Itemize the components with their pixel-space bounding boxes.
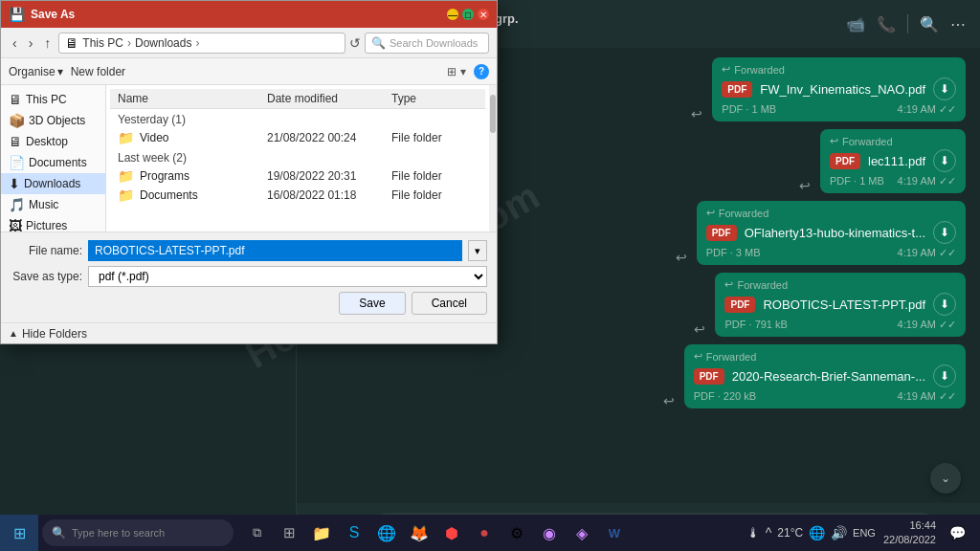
taskbar-windows-button[interactable]: ⊞ [274, 518, 304, 548]
view-dropdown-button[interactable]: ▾ [460, 65, 466, 78]
tree-item-pictures[interactable]: 🖼Pictures [1, 215, 105, 231]
network-icon[interactable]: 🌐 [809, 525, 825, 540]
cancel-button[interactable]: Cancel [412, 292, 487, 315]
weather-display: 21°C [777, 526, 803, 540]
taskbar-search-placeholder: Type here to search [72, 527, 165, 539]
filetype-label: Save as type: [11, 270, 82, 283]
tree-item-3d-objects[interactable]: 📦3D Objects [1, 110, 105, 131]
organise-chevron: ▾ [57, 65, 63, 78]
file-date: 16/08/2022 01:18 [267, 188, 391, 202]
organise-bar: Organise ▾ New folder ⊞ ▾ ? [1, 58, 497, 85]
hide-folders-bar[interactable]: ▲ Hide Folders [1, 322, 497, 343]
folder-icon: 📁 [118, 168, 134, 184]
taskbar-explorer-icon[interactable]: 📁 [306, 518, 337, 548]
file-name-text: Programs [140, 169, 189, 183]
notification-button[interactable]: 💬 [944, 519, 970, 546]
taskbar-word-icon[interactable]: W [599, 518, 630, 548]
dialog-title: 💾 Save As [9, 7, 75, 22]
file-list: Name Date modified Type Yesterday (1) 📁 … [106, 85, 489, 231]
tree-item-label: Documents [29, 156, 87, 169]
file-type: File folder [391, 188, 478, 202]
dialog-titlebar: 💾 Save As — □ ✕ [1, 1, 497, 28]
tree-item-icon: 🖼 [9, 218, 22, 231]
taskbar-settings-icon[interactable]: ⚙ [501, 518, 532, 548]
new-folder-button[interactable]: New folder [71, 65, 125, 78]
system-clock[interactable]: 16:44 22/08/2022 [883, 518, 936, 548]
tree-item-icon: 🎵 [9, 197, 25, 212]
tree-item-label: 3D Objects [29, 114, 85, 127]
clock-time: 16:44 [883, 518, 936, 533]
address-end-arrow: › [195, 36, 199, 50]
tree-item-this-pc[interactable]: 🖥This PC [1, 89, 105, 110]
col-date[interactable]: Date modified [267, 92, 391, 105]
file-entry-name: 📁 Documents [118, 187, 267, 203]
taskbar-search-icon: 🔍 [52, 526, 66, 540]
taskbar: ⊞ 🔍 Type here to search ⧉ ⊞ 📁 S 🌐 🦊 ⬢ ● … [0, 515, 980, 551]
taskbar-skype-icon[interactable]: S [339, 518, 369, 548]
tray-icon2[interactable]: ^ [766, 525, 772, 540]
filename-label: File name: [11, 244, 82, 257]
tree-item-label: Downloads [24, 177, 80, 190]
taskbar-app-icon2[interactable]: ⬢ [436, 518, 467, 548]
tree-item-icon: 🖥 [9, 92, 22, 107]
address-bar[interactable]: 🖥 This PC › Downloads › [58, 33, 345, 54]
hide-folders-chevron: ▲ [9, 328, 18, 339]
organise-button[interactable]: Organise ▾ [9, 65, 63, 78]
file-type: File folder [391, 169, 478, 183]
system-tray-icons: 🌡 ^ 21°C 🌐 🔊 ENG [746, 525, 876, 540]
file-group-label-0: Yesterday (1) [110, 109, 485, 128]
taskbar-icons: ⧉ ⊞ 📁 S 🌐 🦊 ⬢ ● ⚙ ◉ ◈ W [241, 518, 630, 548]
tree-item-music[interactable]: 🎵Music [1, 194, 105, 215]
file-entry-documents[interactable]: 📁 Documents 16/08/2022 01:18 File folder [110, 186, 485, 205]
search-box[interactable]: 🔍 Search Downloads [365, 33, 489, 54]
view-options: ⊞ ▾ [447, 65, 466, 78]
taskbar-app-icon5[interactable]: ◈ [567, 518, 597, 548]
scrollbar-thumb[interactable] [490, 95, 496, 133]
start-button[interactable]: ⊞ [0, 515, 38, 551]
view-toggle-button[interactable]: ⊞ [447, 65, 457, 78]
refresh-button[interactable]: ↺ [349, 35, 361, 51]
maximize-button[interactable]: □ [462, 9, 474, 20]
lang-display[interactable]: ENG [853, 527, 876, 539]
tray-icon1[interactable]: 🌡 [746, 525, 760, 540]
dialog-toolbar: ‹ › ↑ 🖥 This PC › Downloads › ↺ 🔍 Search… [1, 28, 497, 58]
hide-folders-label: Hide Folders [22, 327, 87, 341]
back-button[interactable]: ‹ [9, 33, 21, 53]
computer-icon: 🖥 [65, 35, 78, 51]
forward-button[interactable]: › [25, 33, 37, 53]
address-downloads: Downloads [135, 36, 191, 50]
taskbar-search[interactable]: 🔍 Type here to search [42, 519, 234, 546]
taskbar-chrome-icon[interactable]: 🌐 [371, 518, 402, 548]
col-name[interactable]: Name [118, 92, 267, 105]
save-button[interactable]: Save [339, 292, 405, 315]
up-button[interactable]: ↑ [40, 33, 55, 53]
file-entry-video[interactable]: 📁 Video 21/08/2022 00:24 File folder [110, 128, 485, 147]
filename-dropdown-button[interactable]: ▾ [468, 240, 487, 261]
dialog-bottom: File name: ▾ Save as type: pdf (*.pdf) S… [1, 231, 497, 322]
file-type: File folder [391, 131, 478, 144]
filename-input[interactable] [88, 240, 462, 261]
tree-item-label: This PC [26, 93, 67, 106]
task-view-button[interactable]: ⧉ [241, 518, 272, 548]
col-type[interactable]: Type [391, 92, 478, 105]
taskbar-app-icon1[interactable]: 🦊 [404, 518, 434, 548]
tree-item-downloads[interactable]: ⬇Downloads [1, 173, 105, 194]
tree-item-documents[interactable]: 📄Documents [1, 152, 105, 173]
minimize-button[interactable]: — [447, 9, 458, 20]
search-icon: 🔍 [371, 36, 386, 50]
dialog-overlay: 💾 Save As — □ ✕ ‹ › ↑ 🖥 This PC › Downlo… [0, 0, 980, 551]
dialog-title-text: Save As [31, 8, 75, 21]
volume-icon[interactable]: 🔊 [831, 525, 847, 540]
help-button[interactable]: ? [474, 64, 489, 79]
tree-item-desktop[interactable]: 🖥Desktop [1, 131, 105, 152]
filetype-select[interactable]: pdf (*.pdf) [88, 266, 487, 287]
tree-item-label: Pictures [26, 219, 67, 231]
file-date: 21/08/2022 00:24 [267, 131, 391, 144]
file-list-scrollbar[interactable] [489, 85, 497, 231]
taskbar-app-icon3[interactable]: ● [469, 518, 500, 548]
file-entry-programs[interactable]: 📁 Programs 19/08/2022 20:31 File folder [110, 166, 485, 186]
address-separator: › [127, 36, 131, 50]
close-button[interactable]: ✕ [478, 9, 489, 20]
folder-icon: 📁 [118, 130, 134, 145]
taskbar-app-icon4[interactable]: ◉ [534, 518, 565, 548]
